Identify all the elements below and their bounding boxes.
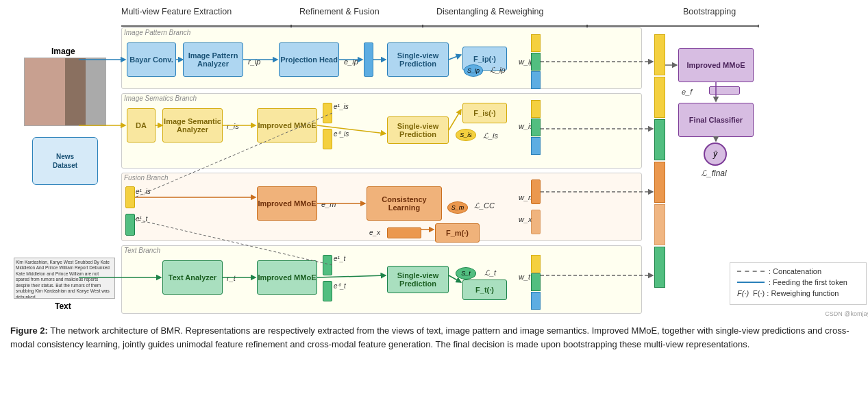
w-m-bar bbox=[531, 179, 541, 204]
image-pattern-analyzer-box: Image Pattern Analyzer bbox=[183, 42, 243, 77]
caption: Figure 2: The network architecture of BM… bbox=[10, 324, 858, 351]
text-content-box: Kim Kardashian, Kanye West Snubbed By Ka… bbox=[14, 258, 115, 299]
e-is0-bar bbox=[323, 103, 332, 123]
e-t1-fuse-bar bbox=[125, 214, 135, 236]
fusion-label: Fusion Branch bbox=[124, 174, 168, 182]
mmoe-is-box: Improved MMoE bbox=[257, 108, 317, 142]
r-ip-label: r_ip bbox=[248, 58, 260, 66]
L-ip-label: ℒ_ip bbox=[490, 66, 506, 75]
e-is0-label: e¹_is bbox=[334, 103, 349, 110]
mmoe-fusion-box: Improved MMoE bbox=[257, 186, 317, 221]
combined-bars-left bbox=[654, 34, 665, 308]
L-t-label: ℒ_t bbox=[484, 269, 496, 277]
image-semantics-label: Image Sematics Branch bbox=[124, 95, 197, 102]
w-x-label: w_x bbox=[519, 215, 532, 223]
e-ip-bar bbox=[364, 42, 373, 77]
header-refinement: Refinement & Fusion bbox=[299, 7, 380, 16]
e-is-fuse-label: e¹_is bbox=[136, 188, 151, 195]
L-CC-label: ℒ_CC bbox=[474, 201, 495, 210]
watermark: CSDN @komjay bbox=[825, 310, 868, 317]
main-container: Multi-view Feature Extraction Refinement… bbox=[0, 0, 868, 358]
e-t1-fuse-label: e¹_t bbox=[136, 215, 147, 223]
text-branch-label: Text Branch bbox=[124, 247, 160, 254]
news-dataset: NewsDataset bbox=[32, 137, 98, 185]
ft-box: F_t(·) bbox=[462, 280, 507, 300]
legend-first-token: : Feeding the first token bbox=[737, 278, 859, 286]
header-labels: Multi-view Feature Extraction Refinement… bbox=[121, 7, 858, 22]
header-multiview: Multi-view Feature Extraction bbox=[121, 7, 232, 16]
w-ip-bars bbox=[531, 34, 541, 89]
da-box: DA bbox=[127, 108, 156, 142]
consistency-box: Consistency Learning bbox=[367, 186, 442, 221]
text-label: Text bbox=[55, 301, 71, 311]
fm-box: F_m(·) bbox=[435, 223, 480, 243]
final-classifier-box: Final Classifier bbox=[678, 103, 754, 137]
legend-concat-text: : Concatenation bbox=[769, 267, 821, 275]
e-f-bar bbox=[709, 86, 740, 95]
e-x-label: e_x bbox=[369, 229, 380, 236]
solid-line-icon bbox=[737, 282, 765, 283]
header-disentangling: Disentangling & Reweighing bbox=[436, 7, 543, 16]
legend-token-text: : Feeding the first token bbox=[769, 278, 847, 286]
w-t-label: w_t bbox=[519, 273, 530, 281]
r-is-label: r_is bbox=[227, 122, 239, 130]
e-t1-label: e¹_t bbox=[334, 255, 345, 262]
e-is-fuse-bar bbox=[125, 186, 135, 208]
e-f-label: e_f bbox=[682, 88, 692, 96]
reweigh-label: F(·) bbox=[737, 289, 749, 297]
mmoe-text-box: Improved MMoE bbox=[257, 260, 317, 295]
image-photo bbox=[24, 58, 106, 126]
sis-circle: S_is bbox=[456, 129, 476, 141]
e-t0-label: e⁰_t bbox=[334, 282, 346, 290]
projection-head-box: Projection Head bbox=[279, 42, 339, 77]
e-is1-label: e⁰_is bbox=[334, 130, 349, 138]
single-view-ip-box: Single-view Prediction bbox=[387, 42, 449, 77]
text-analyzer-box: Text Analyzer bbox=[162, 260, 223, 295]
bayar-conv-box: Bayar Conv. bbox=[127, 42, 176, 77]
w-is-bars bbox=[531, 100, 541, 155]
image-label: Image bbox=[51, 47, 75, 56]
legend-reweigh: F(·) F(·) : Reweighing function bbox=[737, 289, 859, 297]
e-m-label: e_m bbox=[321, 200, 336, 208]
L-is-label: ℒ_is bbox=[483, 132, 498, 140]
sip-circle: S_ip bbox=[464, 64, 483, 77]
e-t1-bar bbox=[323, 255, 332, 275]
image-pattern-label: Image Pattern Branch bbox=[124, 29, 190, 36]
e-is1-bar bbox=[323, 129, 332, 149]
e-x-bar bbox=[387, 227, 421, 238]
header-dividers bbox=[121, 25, 858, 26]
header-bootstrapping: Bootstrapping bbox=[683, 7, 736, 16]
caption-text: The network architecture of BMR. Represe… bbox=[10, 325, 849, 349]
w-x-bar bbox=[531, 210, 541, 234]
w-t-bars bbox=[531, 255, 541, 310]
r-t-label: r_t bbox=[227, 274, 236, 282]
caption-bold: Figure 2: bbox=[10, 325, 48, 336]
e-ip-label: e_ip bbox=[344, 58, 358, 66]
dashed-line-icon bbox=[737, 271, 765, 272]
L-final-label: ℒ_final bbox=[701, 169, 727, 178]
legend: : Concatenation : Feeding the first toke… bbox=[730, 262, 867, 305]
e-t0-bar bbox=[323, 281, 332, 301]
legend-concatenation: : Concatenation bbox=[737, 267, 859, 275]
fis-box: F_is(·) bbox=[462, 103, 507, 123]
legend-reweigh-text: F(·) : Reweighing function bbox=[753, 289, 839, 297]
st-circle: S_t bbox=[456, 267, 476, 280]
image-semantic-analyzer-box: Image Semantic Analyzer bbox=[162, 108, 223, 142]
mmoe-bootstrap-box: Improved MMoE bbox=[678, 48, 754, 82]
sm-circle: S_m bbox=[447, 201, 468, 214]
y-hat: ŷ bbox=[704, 142, 727, 166]
single-view-t-box: Single-view Prediction bbox=[387, 266, 449, 293]
diagram-area: Image Pattern Branch Image Sematics Bran… bbox=[10, 27, 868, 319]
single-view-is-box: Single-view Prediction bbox=[387, 116, 449, 144]
